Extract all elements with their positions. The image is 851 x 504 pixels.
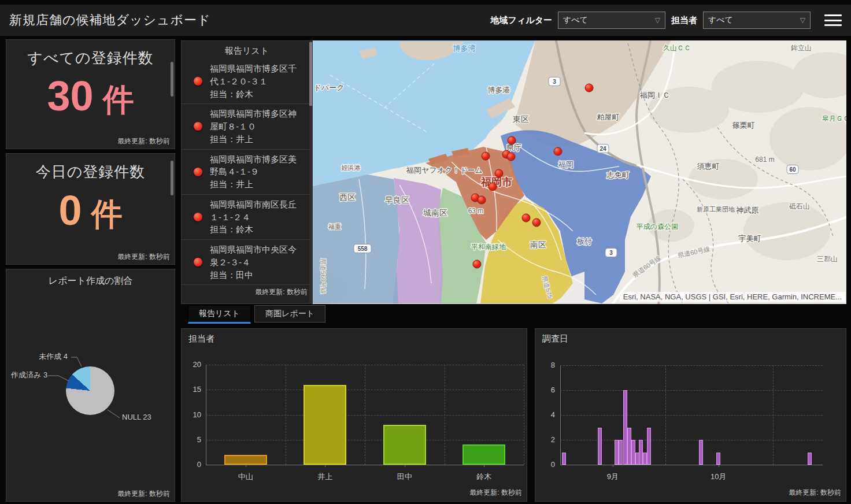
map-widget: 報告リスト 福岡県福岡市博多区千代１-２０-３１担当：鈴木福岡県福岡市博多区神屋…: [181, 40, 846, 304]
histogram-bar: [619, 440, 623, 465]
histogram-bar: [598, 428, 602, 465]
map-label: 平成の森公園: [637, 223, 678, 231]
scrollbar-thumb[interactable]: [309, 42, 312, 106]
map-label: 須恵町: [697, 162, 720, 171]
tab-report-list[interactable]: 報告リスト: [188, 305, 251, 324]
map-label: 福岡ヤフオク！ドーム: [406, 166, 483, 175]
report-list-items: 福岡県福岡市博多区千代１-２０-３１担当：鈴木福岡県福岡市博多区神屋町８-１０担…: [182, 59, 312, 284]
map-pin-icon: [194, 77, 202, 86]
route-shield: 3: [609, 250, 613, 256]
route-shield: 558: [358, 246, 368, 252]
bar-田中: [383, 425, 426, 465]
last-updated: 最終更新: 数秒前: [789, 488, 841, 498]
map-label: 宇美町: [739, 234, 761, 243]
map[interactable]: 博多湾ドパーク博多港東区県庁姪浜港福岡ヤフオク！ドーム福岡市福岡西区早良区城南区…: [313, 40, 846, 304]
report-list-item[interactable]: 福岡県福岡市博多区千代１-２０-３１担当：鈴木: [182, 59, 312, 103]
map-marker[interactable]: [495, 169, 503, 177]
report-list-item[interactable]: 福岡県福岡市中央区今泉２-３-４担当：田中: [182, 239, 312, 284]
region-filter-value: すべて: [563, 15, 588, 25]
last-updated: 最終更新: 数秒前: [117, 252, 170, 262]
map-label: 篠栗町: [732, 121, 755, 129]
map-marker[interactable]: [508, 136, 516, 144]
report-list-panel: 報告リスト 福岡県福岡市博多区千代１-２０-３１担当：鈴木福岡県福岡市博多区神屋…: [181, 40, 313, 304]
map-canvas[interactable]: 博多湾ドパーク博多港東区県庁姪浜港福岡ヤフオク！ドーム福岡市福岡西区早良区城南区…: [313, 40, 846, 304]
map-label: 南区: [530, 240, 546, 249]
pie-card: レポート作成の割合 未作成 4作成済み 3NULL 23 最終更新: 数秒前: [6, 269, 175, 502]
report-list-item[interactable]: 福岡県福岡市博多区神屋町８-１０担当：井上: [182, 103, 312, 149]
map-pin-icon: [194, 258, 202, 266]
route-shield: 60: [789, 166, 796, 173]
scrollbar-thumb[interactable]: [171, 161, 173, 195]
kpi-card-total: すべての登録件数 30件 最終更新: 数秒前: [6, 39, 175, 149]
kpi-total-unit: 件: [103, 81, 134, 116]
bar-鈴木: [462, 444, 505, 465]
map-label: 博多湾: [453, 44, 476, 53]
map-marker[interactable]: [478, 196, 486, 204]
map-label: 平和南緑地: [471, 243, 506, 251]
map-label: 皐月ＧＣ: [822, 114, 846, 123]
map-label: 姪浜港: [342, 164, 361, 171]
report-list-item[interactable]: 福岡県福岡市博多区美野島４-１-９担当：井上: [182, 149, 312, 194]
tab-trade-area-report[interactable]: 商圏レポート: [254, 305, 325, 323]
map-marker[interactable]: [585, 84, 593, 92]
region-filter-label: 地域フィルター: [491, 15, 552, 26]
route-shield: 24: [600, 146, 606, 152]
kpi-total-value: 30: [47, 72, 93, 118]
map-marker[interactable]: [532, 218, 541, 227]
last-updated: 最終更新: 数秒前: [117, 489, 170, 499]
map-label: 板付: [577, 237, 592, 246]
report-list-item[interactable]: 福岡県福岡市南区長丘１-１-２４担当：鈴木: [182, 194, 312, 239]
map-marker[interactable]: [554, 147, 562, 155]
bar-中山: [224, 455, 267, 465]
kpi-today-unit: 件: [91, 197, 123, 231]
menu-icon[interactable]: [824, 14, 842, 26]
map-label: 城南区: [423, 208, 447, 217]
chevron-down-icon: ▽: [800, 16, 805, 24]
map-label: 新原工業団地: [697, 206, 735, 213]
map-pin-icon: [194, 213, 202, 221]
kpi-card-today: 今日の登録件数 0件 最終更新: 数秒前: [6, 153, 175, 265]
histogram-bar: [615, 440, 619, 465]
map-pin-icon: [194, 122, 202, 131]
map-label: 早良区: [385, 195, 409, 205]
map-label: 県道560号線: [320, 258, 327, 294]
histogram-bar: [808, 453, 812, 465]
route-shield: 3: [553, 79, 556, 85]
date-chart-title: 調査日: [542, 333, 568, 344]
map-marker[interactable]: [489, 183, 497, 191]
scrollbar-thumb[interactable]: [171, 62, 173, 97]
pie-slice-label: NULL 23: [122, 413, 151, 421]
map-marker[interactable]: [473, 260, 481, 268]
histogram-bar: [699, 440, 703, 465]
kpi-total-title: すべての登録件数: [6, 48, 175, 68]
pie-chart: [66, 366, 114, 415]
pie-slice-label: 作成済み 3: [11, 370, 47, 380]
last-updated: 最終更新: 数秒前: [182, 284, 312, 299]
scrollbar-track[interactable]: [309, 41, 312, 303]
map-marker[interactable]: [482, 152, 490, 160]
map-label: 鉾立山: [791, 44, 812, 52]
pie-slice-label: 未作成 4: [39, 351, 68, 362]
map-marker[interactable]: [507, 153, 515, 161]
map-pin-icon: [194, 168, 202, 176]
histogram-bar: [562, 453, 566, 465]
chevron-down-icon: ▽: [655, 16, 660, 24]
map-label: 東区: [513, 114, 529, 124]
last-updated: 最終更新: 数秒前: [117, 136, 170, 146]
map-label: 福岡: [558, 160, 574, 169]
staff-filter-select[interactable]: すべて ▽: [703, 12, 811, 29]
map-label: 粕屋町: [597, 113, 620, 121]
bar-井上: [304, 385, 346, 465]
map-label: 63 m: [468, 207, 484, 215]
map-marker[interactable]: [522, 214, 530, 222]
map-label: 神武原: [736, 206, 759, 214]
kpi-today-value: 0: [58, 187, 82, 234]
histogram-bar: [647, 428, 651, 465]
histogram-bar: [716, 453, 720, 465]
map-label: ドパーク: [314, 83, 345, 92]
map-label: 西区: [339, 192, 356, 202]
page-title: 新規店舗の候補地ダッシュボード: [9, 12, 211, 29]
map-label: 砥石山: [789, 202, 810, 210]
report-list-title: 報告リスト: [182, 41, 312, 59]
region-filter-select[interactable]: すべて ▽: [558, 12, 665, 29]
